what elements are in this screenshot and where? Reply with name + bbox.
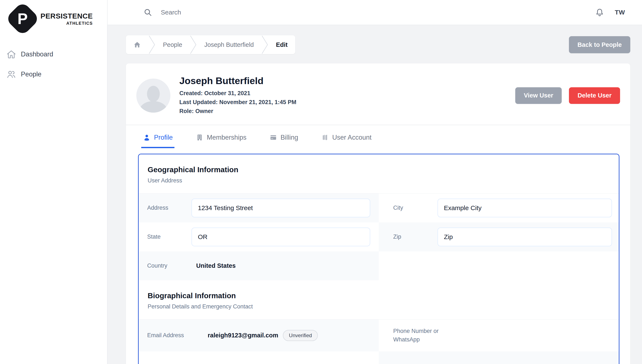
state-label: State: [147, 233, 192, 241]
account-initials[interactable]: TW: [615, 9, 625, 16]
home-icon: [7, 50, 16, 59]
email-label: Email Address: [147, 331, 203, 340]
breadcrumb: People Joseph Butterfield Edit: [126, 35, 295, 54]
search-input[interactable]: Search: [143, 8, 595, 17]
tab-profile[interactable]: Profile: [141, 125, 175, 148]
breadcrumb-home[interactable]: [126, 35, 149, 54]
brand-name: PERSISTENCE: [41, 12, 93, 20]
tab-label: Billing: [281, 134, 298, 141]
geographical-rows: Address City State Zip: [139, 193, 619, 280]
tab-user-account[interactable]: User Account: [320, 125, 373, 148]
credit-card-icon: [269, 134, 277, 141]
user-icon: [143, 134, 151, 141]
notifications-button[interactable]: [595, 8, 604, 17]
state-input[interactable]: [192, 228, 370, 246]
brand-subtitle: ATHLETICS: [41, 21, 93, 26]
breadcrumb-current-edit: Edit: [268, 35, 295, 54]
back-to-people-button[interactable]: Back to People: [569, 36, 630, 53]
birth-date-label: Birth Date: [147, 363, 203, 364]
breadcrumb-user[interactable]: Joseph Butterfield: [197, 35, 261, 54]
sidebar-nav: Dashboard People: [0, 50, 107, 79]
avatar-placeholder-head: [147, 86, 160, 102]
toolbar-row: People Joseph Butterfield Edit Back to P…: [126, 35, 630, 54]
empty-cell: [379, 252, 619, 280]
birth-date-row: Birth Date: [139, 352, 379, 364]
user-card-header: Joseph Butterfield Created: October 31, …: [126, 64, 630, 125]
search-placeholder: Search: [161, 9, 181, 16]
topbar-right: TW: [595, 8, 625, 17]
user-card: Joseph Butterfield Created: October 31, …: [126, 64, 630, 364]
avatar: [136, 78, 170, 112]
section-subtitle: Personal Details and Emergency Contact: [148, 303, 610, 310]
chevron-separator-icon: [190, 35, 197, 54]
city-input[interactable]: [437, 198, 612, 217]
sidebar: P PERSISTENCE ATHLETICS Dashboard People: [0, 0, 108, 364]
chevron-separator-icon: [149, 35, 155, 54]
geographical-section-header: Geographical Information User Address: [139, 154, 619, 193]
phone-row: Phone Number or WhatsApp: [379, 320, 619, 352]
user-info: Joseph Butterfield Created: October 31, …: [179, 75, 296, 116]
avatar-placeholder-body: [140, 101, 167, 112]
biographical-rows: Email Address raleigh9123@gmail.com Unve…: [139, 319, 619, 364]
biographical-section-header: Biographical Information Personal Detail…: [139, 280, 619, 319]
tab-memberships[interactable]: Memberships: [194, 125, 248, 148]
view-user-button[interactable]: View User: [515, 87, 562, 104]
address-label: Address: [147, 204, 192, 212]
zip-input[interactable]: [437, 228, 612, 246]
address-row: Address: [139, 194, 379, 222]
sidebar-item-dashboard[interactable]: Dashboard: [7, 50, 107, 59]
chevron-separator-icon: [261, 35, 268, 54]
email-value: raleigh9123@gmail.com: [203, 332, 278, 339]
phone-label: Phone Number or WhatsApp: [393, 327, 449, 344]
brand-logo[interactable]: P PERSISTENCE ATHLETICS: [10, 6, 107, 31]
email-row: Email Address raleigh9123@gmail.com Unve…: [139, 320, 379, 352]
users-icon: [7, 70, 16, 79]
tab-label: User Account: [332, 134, 371, 141]
search-icon: [143, 8, 152, 17]
email-unverified-badge: Unverified: [283, 330, 318, 341]
zip-label: Zip: [393, 233, 437, 241]
address-input[interactable]: [192, 198, 370, 217]
zip-row: Zip: [379, 222, 619, 252]
topbar: Search TW: [108, 0, 642, 25]
tab-bar: Profile Memberships Billing: [126, 125, 630, 148]
brand-mark-letter: P: [18, 10, 28, 28]
dependent-label: Is user a dependent?: [393, 363, 449, 364]
profile-form-panel: Geographical Information User Address Ad…: [138, 154, 619, 364]
state-row: State: [139, 222, 379, 252]
bell-icon: [595, 8, 604, 17]
section-title: Biographical Information: [148, 292, 610, 300]
library-icon: [321, 134, 329, 141]
sidebar-item-people[interactable]: People: [7, 70, 107, 79]
app-root: P PERSISTENCE ATHLETICS Dashboard People: [0, 0, 642, 364]
user-name: Joseph Butterfield: [179, 75, 296, 86]
user-header-actions: View User Delete User: [515, 87, 620, 104]
user-last-updated: Last Updated: November 21, 2021, 1:45 PM: [179, 98, 296, 107]
dependent-row: Is user a dependent? No: [379, 352, 619, 364]
country-value: United States: [192, 262, 236, 269]
breadcrumb-people[interactable]: People: [155, 35, 190, 54]
main-content: People Joseph Butterfield Edit Back to P…: [108, 26, 642, 364]
country-row: Country United States: [139, 252, 379, 280]
user-created: Created: October 31, 2021: [179, 89, 296, 98]
tab-billing[interactable]: Billing: [268, 125, 300, 148]
tab-label: Profile: [154, 134, 173, 141]
delete-user-button[interactable]: Delete User: [569, 87, 620, 104]
city-row: City: [379, 194, 619, 222]
country-label: Country: [147, 262, 192, 270]
brand-mark-icon: P: [5, 1, 40, 36]
tab-label: Memberships: [207, 134, 246, 141]
home-icon: [134, 41, 141, 48]
section-subtitle: User Address: [148, 177, 610, 184]
section-title: Geographical Information: [148, 166, 610, 174]
building-icon: [196, 134, 203, 141]
sidebar-item-label: People: [21, 70, 42, 78]
brand-text: PERSISTENCE ATHLETICS: [41, 12, 93, 26]
user-role: Role: Owner: [179, 107, 296, 116]
sidebar-item-label: Dashboard: [21, 50, 53, 58]
city-label: City: [393, 204, 437, 212]
